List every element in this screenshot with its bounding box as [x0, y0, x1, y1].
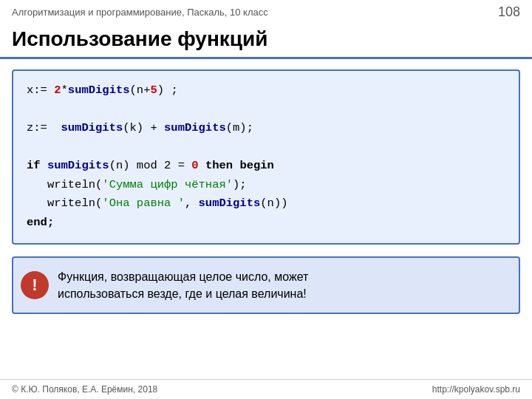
info-text: Функция, возвращающая целое число, может… — [58, 268, 507, 302]
code-box: x:= 2*sumDigits(n+5) ; z:= sumDigits(k) … — [12, 69, 520, 245]
footer-left: © К.Ю. Поляков, Е.А. Ерёмин, 2018 — [12, 384, 157, 395]
info-icon: ! — [21, 271, 49, 299]
page-title: Использование функций — [12, 27, 268, 50]
code-line-6: end; — [27, 214, 505, 233]
code-line-4: writeln('Сумма цифр чётная'); — [27, 176, 505, 195]
code-line-blank-1 — [27, 100, 505, 120]
code-line-blank-2 — [27, 138, 505, 157]
header-bar: Алгоритмизация и программирование, Паска… — [0, 0, 532, 23]
code-line-3: if sumDigits(n) mod 2 = 0 then begin — [27, 157, 505, 176]
content-area: x:= 2*sumDigits(n+5) ; z:= sumDigits(k) … — [0, 69, 532, 314]
footer-right: http://kpolyakov.spb.ru — [432, 384, 520, 395]
code-line-5: writeln('Она равна ', sumDigits(n)) — [27, 194, 505, 214]
header-subtitle: Алгоритмизация и программирование, Паска… — [12, 7, 268, 18]
code-line-2: z:= sumDigits(k) + sumDigits(m); — [27, 119, 505, 138]
title-row: Использование функций — [0, 23, 532, 59]
info-box: ! Функция, возвращающая целое число, мож… — [12, 256, 520, 314]
code-line-1: x:= 2*sumDigits(n+5) ; — [27, 81, 505, 100]
page-number: 108 — [498, 4, 520, 20]
footer-bar: © К.Ю. Поляков, Е.А. Ерёмин, 2018 http:/… — [0, 379, 532, 399]
